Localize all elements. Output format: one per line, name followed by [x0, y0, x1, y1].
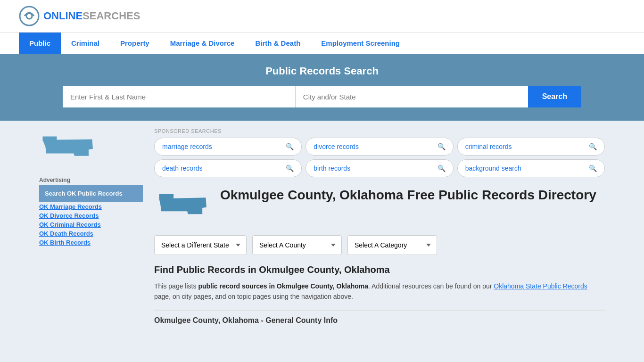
logo-icon: [19, 6, 40, 26]
search-icon-1: 🔍: [286, 143, 294, 150]
category-dropdown[interactable]: Select A Category: [347, 235, 437, 255]
dropdowns: Select a Different State Select A County…: [154, 235, 605, 255]
pill-birth-text: birth records: [314, 165, 350, 172]
search-icon-2: 🔍: [438, 143, 446, 150]
state-dropdown[interactable]: Select a Different State: [154, 235, 247, 255]
svg-point-1: [26, 13, 32, 19]
pill-divorce-text: divorce records: [314, 143, 359, 150]
svg-marker-2: [43, 140, 93, 156]
pill-background-text: background search: [465, 165, 521, 172]
pill-divorce[interactable]: divorce records 🔍: [305, 138, 453, 156]
search-icon-5: 🔍: [438, 165, 446, 172]
county-dropdown[interactable]: Select A County: [252, 235, 342, 255]
sidebar-link-marriage[interactable]: OK Marriage Records: [39, 203, 143, 211]
header: ONLINESEARCHES: [0, 0, 644, 32]
pill-death-text: death records: [162, 165, 203, 172]
sidebar-link-death[interactable]: OK Death Records: [39, 230, 143, 238]
description-text: This page lists public record sources in…: [154, 281, 605, 302]
logo[interactable]: ONLINESEARCHES: [19, 6, 140, 26]
pill-criminal-text: criminal records: [465, 143, 512, 150]
ok-records-link[interactable]: Oklahoma State Public Records: [494, 282, 587, 290]
ok-state-map: [39, 128, 143, 167]
pill-marriage[interactable]: marriage records 🔍: [154, 138, 302, 156]
sidebar-links: OK Marriage Records OK Divorce Records O…: [39, 203, 143, 247]
advertising-label: Advertising: [39, 177, 143, 183]
logo-text: ONLINESEARCHES: [43, 10, 140, 22]
name-input[interactable]: [63, 86, 296, 107]
sidebar-link-divorce[interactable]: OK Divorce Records: [39, 212, 143, 220]
sidebar: Advertising Search OK Public Records OK …: [39, 128, 143, 325]
nav-employment[interactable]: Employment Screening: [311, 33, 410, 54]
svg-marker-4: [159, 197, 206, 214]
content-state-map: [154, 187, 211, 226]
pill-criminal[interactable]: criminal records 🔍: [457, 138, 605, 156]
page-title: Okmulgee County, Oklahoma Free Public Re…: [220, 187, 596, 203]
sidebar-ad-box[interactable]: Search OK Public Records: [39, 185, 143, 202]
search-bar: Search: [63, 86, 581, 107]
nav-public[interactable]: Public: [19, 33, 61, 54]
pill-birth[interactable]: birth records 🔍: [305, 159, 453, 177]
pill-background[interactable]: background search 🔍: [457, 159, 605, 177]
hero-section: Public Records Search Search: [0, 54, 644, 121]
county-info-heading: Okmulgee County, Oklahoma - General Coun…: [154, 310, 605, 325]
location-input[interactable]: [296, 86, 528, 107]
search-icon-4: 🔍: [286, 165, 294, 172]
main-nav: Public Criminal Property Marriage & Divo…: [0, 32, 644, 54]
main-container: Advertising Search OK Public Records OK …: [30, 121, 614, 332]
sidebar-link-birth[interactable]: OK Birth Records: [39, 239, 143, 247]
search-pills: marriage records 🔍 divorce records 🔍 cri…: [154, 138, 605, 177]
nav-marriage-divorce[interactable]: Marriage & Divorce: [160, 33, 245, 54]
sponsored-label: SPONSORED SEARCHES: [154, 128, 605, 134]
search-icon-3: 🔍: [589, 143, 597, 150]
pill-marriage-text: marriage records: [162, 143, 212, 150]
hero-title: Public Records Search: [19, 65, 625, 77]
search-button[interactable]: Search: [528, 86, 581, 107]
svg-point-0: [20, 7, 39, 25]
nav-criminal[interactable]: Criminal: [61, 33, 110, 54]
sidebar-link-criminal[interactable]: OK Criminal Records: [39, 221, 143, 229]
pill-death[interactable]: death records 🔍: [154, 159, 302, 177]
section-heading: Find Public Records in Okmulgee County, …: [154, 264, 605, 275]
search-icon-6: 🔍: [589, 165, 597, 172]
nav-property[interactable]: Property: [110, 33, 160, 54]
svg-rect-5: [159, 194, 174, 199]
page-title-section: Okmulgee County, Oklahoma Free Public Re…: [154, 187, 605, 226]
svg-rect-3: [43, 137, 57, 141]
content-area: SPONSORED SEARCHES marriage records 🔍 di…: [154, 128, 605, 325]
nav-birth-death[interactable]: Birth & Death: [245, 33, 311, 54]
